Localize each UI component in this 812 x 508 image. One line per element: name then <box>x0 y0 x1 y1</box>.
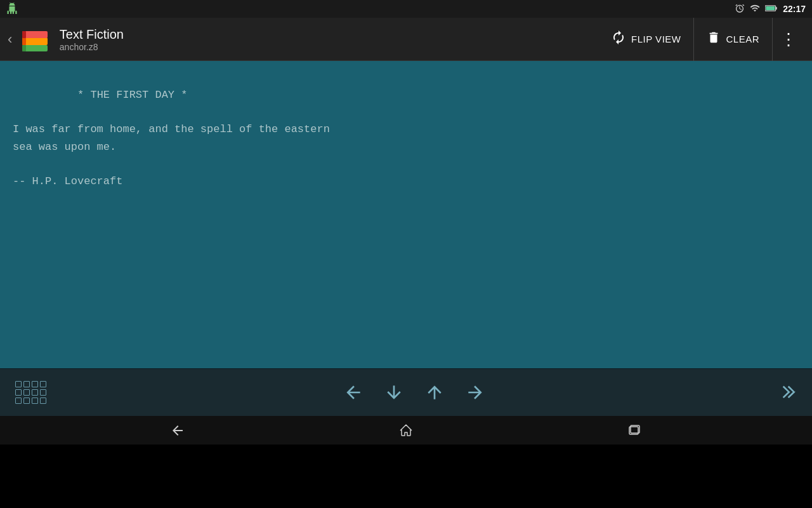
flip-view-icon <box>611 30 626 48</box>
svg-rect-4 <box>22 45 26 51</box>
app-subtitle: anchor.z8 <box>60 42 598 52</box>
grid-cell <box>23 398 30 404</box>
arrow-left-button[interactable] <box>339 378 367 406</box>
back-chevron-icon: ‹ <box>8 31 13 48</box>
app-bar-actions: FLIP VIEW CLEAR ⋮ <box>598 18 804 61</box>
back-arrow-button[interactable]: ‹ <box>8 18 19 61</box>
grid-button[interactable] <box>13 378 49 406</box>
grid-row-3 <box>15 398 46 404</box>
grid-cell <box>40 389 46 396</box>
grid-row-2 <box>15 389 46 396</box>
android-recents-button[interactable] <box>619 418 650 443</box>
app-bar: ‹ Text Fiction anchor.z8 FLIP VIEW <box>0 18 812 61</box>
grid-cell <box>23 381 30 387</box>
forward-button[interactable] <box>779 382 799 403</box>
overflow-icon: ⋮ <box>780 31 797 48</box>
trash-icon <box>707 30 721 48</box>
main-content: * THE FIRST DAY * I was far from home, a… <box>0 61 812 368</box>
grid-cell <box>23 389 30 396</box>
grid-cell <box>15 389 22 396</box>
status-bar-right: 22:17 <box>735 3 806 15</box>
flip-view-button[interactable]: FLIP VIEW <box>598 18 694 61</box>
android-back-button[interactable] <box>162 418 193 443</box>
flip-view-label: FLIP VIEW <box>631 34 681 44</box>
svg-rect-1 <box>776 6 777 9</box>
alarm-icon <box>735 3 745 15</box>
svg-rect-6 <box>22 37 26 45</box>
arrow-down-button[interactable] <box>380 378 408 406</box>
battery-icon <box>765 3 778 15</box>
grid-cell <box>15 381 22 387</box>
bottom-toolbar <box>0 368 812 416</box>
svg-rect-8 <box>22 31 26 38</box>
android-home-button[interactable] <box>390 418 422 443</box>
android-nav-bar <box>0 416 812 444</box>
arrow-up-button[interactable] <box>421 378 449 406</box>
wifi-icon <box>750 3 760 15</box>
grid-cell <box>32 398 38 404</box>
grid-cell <box>15 398 22 404</box>
app-title-group: Text Fiction anchor.z8 <box>60 27 598 52</box>
clear-label: CLEAR <box>726 34 759 44</box>
clear-button[interactable]: CLEAR <box>694 18 773 61</box>
grid-cell <box>40 381 46 387</box>
arrow-right-button[interactable] <box>461 378 489 406</box>
app-title: Text Fiction <box>60 27 598 42</box>
grid-cell <box>40 398 46 404</box>
story-text: * THE FIRST DAY * I was far from home, a… <box>13 86 799 190</box>
status-bar: 22:17 <box>0 0 812 18</box>
svg-rect-2 <box>766 6 775 10</box>
grid-row-1 <box>15 381 46 387</box>
grid-cell <box>32 381 38 387</box>
android-icon <box>6 3 18 16</box>
status-bar-left <box>6 3 18 16</box>
nav-arrows <box>339 378 489 406</box>
overflow-menu-button[interactable]: ⋮ <box>773 18 804 61</box>
clock: 22:17 <box>783 4 806 14</box>
app-icon <box>19 23 51 55</box>
grid-cell <box>32 389 38 396</box>
